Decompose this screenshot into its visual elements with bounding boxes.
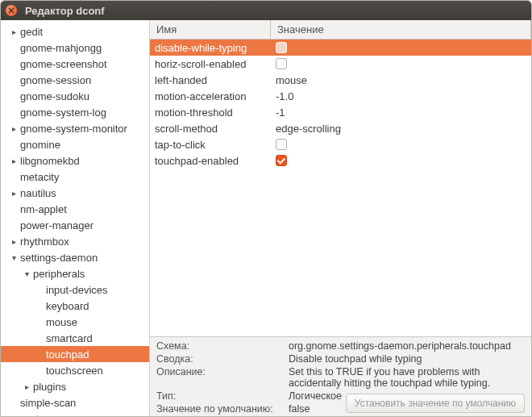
checkbox-icon[interactable]: [276, 155, 287, 166]
tree-item-input-devices[interactable]: input-devices: [1, 281, 149, 298]
description-label: Описание:: [156, 366, 285, 389]
setting-value[interactable]: [271, 139, 531, 150]
setting-name: tap-to-click: [150, 139, 271, 151]
tree-item-label: smartcard: [44, 332, 93, 344]
setting-name: left-handed: [150, 74, 271, 86]
col-header-name[interactable]: Имя: [150, 20, 271, 39]
tree-item-label: simple-scan: [19, 397, 76, 409]
tree-item-label: keyboard: [44, 300, 89, 312]
collapsed-icon[interactable]: ▸: [9, 124, 19, 133]
tree-item-gnome-session[interactable]: gnome-session: [1, 72, 149, 88]
close-icon[interactable]: [6, 5, 17, 16]
expanded-icon[interactable]: ▾: [22, 269, 31, 278]
tree-item-smartcard[interactable]: smartcard: [1, 330, 149, 346]
setting-row-disable-while-typing[interactable]: disable-while-typing: [150, 40, 531, 56]
tree-item-metacity[interactable]: metacity: [1, 169, 149, 185]
tree-item-label: mouse: [44, 316, 77, 328]
tree-item-label: gnome-mahjongg: [19, 42, 102, 54]
setting-row-scroll-method[interactable]: scroll-methodedge-scrolling: [150, 120, 531, 136]
tree-item-gnome-mahjongg[interactable]: gnome-mahjongg: [1, 40, 149, 56]
details-panel: Схема: org.gnome.settings-daemon.periphe…: [150, 336, 531, 416]
reset-button[interactable]: Установить значение по умолчанию: [346, 394, 525, 413]
tree-item-gnomine[interactable]: gnomine: [1, 136, 149, 152]
setting-name: motion-acceleration: [150, 90, 271, 102]
tree-item-plugins[interactable]: ▸plugins: [1, 378, 149, 394]
column-headers: Имя Значение: [150, 20, 531, 40]
nav-tree[interactable]: ▸geditgnome-mahjongggnome-screenshotgnom…: [1, 20, 150, 416]
setting-row-tap-to-click[interactable]: tap-to-click: [150, 136, 531, 152]
tree-item-power-manager[interactable]: power-manager: [1, 217, 149, 233]
collapsed-icon[interactable]: ▸: [22, 382, 31, 391]
tree-item-label: gnome-system-log: [19, 106, 106, 119]
setting-value[interactable]: -1.0: [271, 90, 531, 102]
checkbox-icon[interactable]: [276, 139, 287, 150]
tree-item-keyboard[interactable]: keyboard: [1, 298, 149, 314]
tree-item-touchscreen[interactable]: touchscreen: [1, 362, 149, 378]
tree-item-label: touchscreen: [44, 365, 103, 377]
tree-item-label: nm-applet: [19, 203, 67, 215]
tree-item-peripherals[interactable]: ▾peripherals: [1, 265, 149, 281]
tree-item-label: peripherals: [31, 268, 85, 280]
tree-item-simple-scan[interactable]: simple-scan: [1, 394, 149, 411]
expanded-icon[interactable]: ▾: [9, 253, 19, 262]
collapsed-icon[interactable]: ▸: [9, 189, 19, 198]
tree-item-gedit[interactable]: ▸gedit: [1, 23, 149, 40]
setting-value[interactable]: [271, 42, 531, 53]
tree-item-label: touchpad: [44, 348, 89, 361]
tree-item-label: settings-daemon: [19, 252, 98, 264]
checkbox-icon[interactable]: [276, 58, 287, 69]
tree-item-label: nautilus: [19, 187, 56, 199]
schema-label: Схема:: [156, 340, 285, 352]
tree-item-label: gedit: [19, 26, 43, 38]
tree-item-nautilus[interactable]: ▸nautilus: [1, 185, 149, 201]
setting-row-horiz-scroll-enabled[interactable]: horiz-scroll-enabled: [150, 56, 531, 72]
tree-item-system[interactable]: ▸system: [1, 411, 149, 416]
setting-name: disable-while-typing: [150, 42, 271, 54]
setting-row-touchpad-enabled[interactable]: touchpad-enabled: [150, 152, 531, 169]
tree-item-label: gnomine: [19, 139, 60, 151]
setting-row-motion-acceleration[interactable]: motion-acceleration-1.0: [150, 88, 531, 104]
tree-item-label: metacity: [19, 171, 59, 183]
tree-item-touchpad[interactable]: touchpad: [1, 346, 149, 362]
setting-row-left-handed[interactable]: left-handedmouse: [150, 72, 531, 88]
tree-item-label: gnome-system-monitor: [19, 123, 127, 135]
tree-item-label: system: [19, 413, 53, 417]
setting-value[interactable]: [271, 58, 531, 69]
setting-value[interactable]: mouse: [271, 74, 531, 86]
col-header-value[interactable]: Значение: [271, 20, 531, 39]
checkbox-icon[interactable]: [276, 42, 287, 53]
setting-name: horiz-scroll-enabled: [150, 58, 271, 70]
schema-value: org.gnome.settings-daemon.peripherals.to…: [289, 340, 525, 352]
tree-item-nm-applet[interactable]: nm-applet: [1, 201, 149, 217]
tree-item-libgnomekbd[interactable]: ▸libgnomekbd: [1, 152, 149, 169]
collapsed-icon[interactable]: ▸: [9, 415, 19, 417]
setting-value[interactable]: edge-scrolling: [271, 123, 531, 135]
setting-name: motion-threshold: [150, 106, 271, 119]
default-label: Значение по умолчанию:: [156, 403, 285, 415]
setting-row-motion-threshold[interactable]: motion-threshold-1: [150, 104, 531, 120]
description-value: Set this to TRUE if you have problems wi…: [289, 366, 525, 389]
settings-list[interactable]: disable-while-typinghoriz-scroll-enabled…: [150, 40, 531, 336]
collapsed-icon[interactable]: ▸: [9, 156, 19, 165]
collapsed-icon[interactable]: ▸: [9, 27, 19, 36]
tree-item-label: power-manager: [19, 219, 94, 231]
tree-item-gnome-system-monitor[interactable]: ▸gnome-system-monitor: [1, 120, 149, 136]
tree-item-gnome-system-log[interactable]: gnome-system-log: [1, 104, 149, 120]
collapsed-icon[interactable]: ▸: [9, 237, 19, 246]
tree-item-label: gnome-sudoku: [19, 90, 89, 102]
tree-item-label: gnome-screenshot: [19, 58, 107, 70]
tree-item-label: gnome-session: [19, 74, 91, 86]
tree-item-gnome-sudoku[interactable]: gnome-sudoku: [1, 88, 149, 104]
titlebar: Редактор dconf: [1, 1, 531, 20]
setting-value[interactable]: -1: [271, 106, 531, 119]
tree-item-rhythmbox[interactable]: ▸rhythmbox: [1, 233, 149, 249]
tree-item-mouse[interactable]: mouse: [1, 314, 149, 330]
setting-name: scroll-method: [150, 123, 271, 135]
tree-item-label: libgnomekbd: [19, 155, 80, 167]
tree-item-label: input-devices: [44, 284, 108, 296]
summary-value: Disable touchpad while typing: [289, 353, 525, 365]
summary-label: Сводка:: [156, 353, 285, 365]
tree-item-gnome-screenshot[interactable]: gnome-screenshot: [1, 56, 149, 72]
setting-value[interactable]: [271, 155, 531, 166]
tree-item-settings-daemon[interactable]: ▾settings-daemon: [1, 249, 149, 265]
